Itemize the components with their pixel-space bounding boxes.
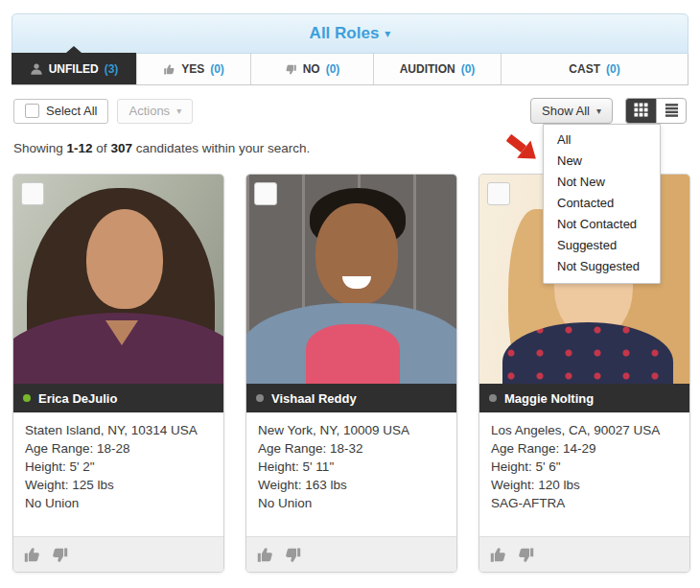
menu-item-not-contacted[interactable]: Not Contacted	[544, 214, 660, 235]
summary-range: 1-12	[67, 141, 93, 155]
thumbs-up-button[interactable]	[256, 546, 274, 564]
list-view-button[interactable]	[656, 98, 687, 124]
candidate-rating-bar	[479, 536, 689, 573]
candidate-card: Erica DeJulio Staten Island, NY, 10314 U…	[12, 174, 224, 573]
toolbar: Select All Actions ▾ Show All ▾	[13, 98, 687, 124]
chevron-down-icon: ▾	[176, 106, 181, 116]
summary-total: 307	[110, 141, 132, 155]
candidate-name-bar: Vishaal Reddy	[246, 384, 456, 412]
tab-unfiled[interactable]: UNFILED (3)	[12, 53, 137, 84]
status-dot	[23, 394, 31, 402]
tab-count: (0)	[606, 62, 620, 76]
candidate-location: Staten Island, NY, 10314 USA	[25, 421, 212, 439]
thumbs-down-button[interactable]	[51, 546, 69, 564]
portrait-art	[315, 203, 398, 305]
candidate-name[interactable]: Vishaal Reddy	[271, 391, 357, 406]
status-tabs: UNFILED (3) YES (0) NO (0) AUDITION (0) …	[12, 54, 688, 85]
menu-item-suggested[interactable]: Suggested	[544, 235, 660, 256]
thumbs-up-button[interactable]	[23, 546, 41, 564]
menu-item-new[interactable]: New	[544, 151, 660, 172]
tab-count: (0)	[326, 62, 340, 76]
menu-item-not-new[interactable]: Not New	[544, 172, 660, 193]
thumbs-down-icon	[285, 63, 297, 76]
grid-view-icon	[634, 103, 648, 120]
candidate-checkbox[interactable]	[21, 182, 44, 205]
candidate-details: New York, NY, 10009 USA Age Range: 18-32…	[246, 412, 456, 536]
show-all-label: Show All	[542, 104, 590, 118]
portrait-art	[105, 320, 138, 345]
show-all-filter-menu: All New Not New Contacted Not Contacted …	[543, 124, 661, 284]
status-dot	[489, 394, 497, 402]
menu-item-contacted[interactable]: Contacted	[544, 193, 660, 214]
tab-yes[interactable]: YES (0)	[137, 54, 251, 84]
chevron-down-icon: ▾	[596, 106, 601, 116]
candidate-details: Staten Island, NY, 10314 USA Age Range: …	[13, 412, 223, 536]
tab-label: AUDITION	[400, 62, 455, 76]
tab-label: YES	[181, 62, 204, 76]
candidate-name-bar: Erica DeJulio	[13, 384, 223, 412]
candidate-photo[interactable]	[13, 175, 223, 384]
candidate-location: New York, NY, 10009 USA	[258, 421, 445, 439]
candidate-card: Vishaal Reddy New York, NY, 10009 USA Ag…	[245, 174, 457, 573]
chevron-down-icon: ▾	[385, 27, 390, 40]
tab-audition[interactable]: AUDITION (0)	[374, 54, 502, 84]
select-all-button[interactable]: Select All	[13, 99, 108, 124]
thumbs-down-button[interactable]	[284, 546, 302, 564]
thumbs-down-button[interactable]	[517, 546, 535, 564]
candidate-name[interactable]: Erica DeJulio	[38, 391, 117, 406]
candidate-union: No Union	[258, 494, 445, 512]
grid-view-button[interactable]	[625, 98, 656, 124]
candidate-union: No Union	[25, 494, 212, 512]
candidate-age-range: Age Range: 14-29	[491, 439, 678, 458]
thumbs-up-button[interactable]	[489, 546, 507, 564]
candidate-weight: Weight: 163 lbs	[258, 476, 445, 494]
results-summary: Showing 1-12 of 307 candidates within yo…	[13, 141, 310, 155]
roles-panel: All Roles ▾ UNFILED (3) YES (0) NO (0) A…	[12, 13, 688, 85]
candidate-rating-bar	[13, 536, 223, 573]
candidate-name-bar: Maggie Nolting	[479, 384, 689, 412]
candidate-photo[interactable]	[246, 175, 456, 384]
tab-no[interactable]: NO (0)	[251, 54, 374, 84]
summary-suffix: candidates within your search.	[136, 141, 311, 155]
tab-cast[interactable]: CAST (0)	[502, 54, 688, 84]
portrait-art	[86, 209, 163, 309]
candidate-location: Los Angeles, CA, 90027 USA	[491, 421, 678, 439]
candidate-name[interactable]: Maggie Nolting	[504, 391, 594, 406]
list-view-icon	[665, 103, 679, 120]
candidate-height: Height: 5' 11"	[258, 458, 445, 476]
roles-selector[interactable]: All Roles ▾	[12, 13, 688, 54]
tab-count: (3)	[105, 62, 119, 76]
candidate-age-range: Age Range: 18-28	[25, 439, 212, 458]
portrait-art	[306, 324, 400, 384]
person-icon	[30, 62, 43, 76]
thumbs-up-icon	[163, 63, 175, 76]
candidate-age-range: Age Range: 18-32	[258, 439, 445, 458]
red-arrow-annotation	[501, 129, 545, 170]
candidate-height: Height: 5' 6"	[491, 458, 678, 476]
summary-of: of	[96, 141, 106, 155]
candidate-checkbox[interactable]	[254, 182, 277, 205]
menu-item-not-suggested[interactable]: Not Suggested	[544, 256, 660, 277]
roles-selector-label: All Roles	[310, 24, 380, 43]
candidate-union: SAG-AFTRA	[491, 494, 678, 512]
tab-label: NO	[303, 62, 320, 76]
status-dot	[256, 394, 264, 402]
candidate-weight: Weight: 120 lbs	[491, 476, 678, 494]
select-all-label: Select All	[46, 104, 97, 118]
actions-button[interactable]: Actions ▾	[117, 99, 193, 124]
select-all-checkbox[interactable]	[25, 104, 39, 118]
actions-label: Actions	[128, 104, 170, 118]
candidate-weight: Weight: 125 lbs	[25, 476, 212, 494]
tab-count: (0)	[461, 62, 476, 76]
view-toggle	[625, 98, 687, 124]
tab-count: (0)	[210, 62, 224, 76]
tab-label: CAST	[569, 62, 600, 76]
candidate-checkbox[interactable]	[487, 182, 510, 205]
summary-prefix: Showing	[13, 141, 63, 155]
show-all-filter-button[interactable]: Show All ▾	[530, 98, 613, 124]
candidate-height: Height: 5' 2"	[25, 458, 212, 476]
candidate-details: Los Angeles, CA, 90027 USA Age Range: 14…	[479, 412, 689, 536]
view-controls: Show All ▾	[530, 98, 687, 124]
candidate-rating-bar	[246, 536, 456, 573]
menu-item-all[interactable]: All	[544, 129, 660, 151]
